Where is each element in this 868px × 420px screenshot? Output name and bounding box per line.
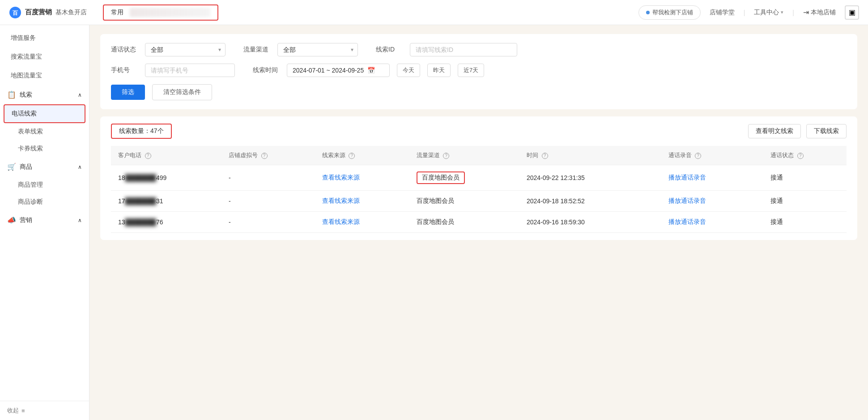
phone-value: 13███████76 [118, 219, 163, 226]
sidebar-collapse[interactable]: 收起 ≡ [0, 401, 89, 420]
cell-time: 2024-09-16 18:59:30 [519, 212, 661, 233]
sidebar-item-product-diagnose[interactable]: 商品诊断 [0, 193, 89, 210]
calendar-icon: 📅 [367, 67, 375, 74]
divider: | [744, 9, 745, 16]
leads-icon: 📋 [7, 90, 16, 99]
call-status-label: 通话状态 [111, 46, 138, 54]
phone-input[interactable] [145, 64, 235, 77]
nav-tab-common[interactable]: 常用 [103, 4, 218, 21]
record-link[interactable]: 播放通话录音 [668, 174, 706, 181]
col-channel: 流量渠道 ? [409, 146, 519, 165]
store-school-link[interactable]: 店铺学堂 [710, 9, 735, 17]
cell-virtual: - [221, 191, 315, 212]
lead-count-badge: 线索数量：47个 [111, 124, 172, 139]
clear-filter-button[interactable]: 清空筛选条件 [152, 84, 212, 100]
sidebar-item-form-leads[interactable]: 表单线索 [0, 123, 89, 140]
cell-source[interactable]: 查看线索来源 [315, 191, 409, 212]
source-help-icon[interactable]: ? [349, 153, 355, 159]
coupon-leads-label: 卡券线索 [18, 145, 43, 152]
search-treasure-label: 搜索流量宝 [11, 53, 42, 61]
map-treasure-label: 地图流量宝 [11, 72, 42, 80]
product-manage-label: 商品管理 [18, 181, 43, 188]
source-link[interactable]: 查看线索来源 [322, 218, 360, 225]
sidebar-item-value-service[interactable]: 增值服务 [0, 29, 89, 47]
detect-btn-label: 帮我检测下店铺 [652, 9, 693, 17]
lead-id-input[interactable] [410, 43, 517, 56]
record-help-icon[interactable]: ? [695, 153, 701, 159]
status-help-icon[interactable]: ? [797, 153, 804, 159]
product-icon: 🛒 [7, 163, 16, 171]
value-service-label: 增值服务 [11, 34, 36, 42]
baidu-logo-icon: 百 [9, 6, 21, 19]
channel-select[interactable]: 全部 百度地图会员 [277, 43, 358, 56]
phone-leads-label: 电话线索 [12, 110, 37, 118]
date-range-input[interactable]: 2024-07-01 ~ 2024-09-25 📅 [287, 64, 390, 77]
time-help-icon[interactable]: ? [542, 153, 548, 159]
virtual-help-icon[interactable]: ? [261, 153, 268, 159]
sidebar-group-leads[interactable]: 📋 线索 ∧ [0, 85, 89, 104]
local-store-btn[interactable]: ⇥ 本地店铺 [803, 8, 836, 17]
phone-help-icon[interactable]: ? [145, 153, 151, 159]
view-plaintext-btn[interactable]: 查看明文线索 [748, 124, 801, 138]
sidebar-item-map-treasure[interactable]: 地图流量宝 [0, 66, 89, 85]
filter-button[interactable]: 筛选 [111, 85, 145, 100]
app-logo-sub: 基木鱼开店 [55, 9, 87, 17]
download-btn[interactable]: 下载线索 [806, 124, 847, 138]
sidebar-group-marketing[interactable]: 📣 营销 ∧ [0, 210, 89, 230]
record-link[interactable]: 播放通话录音 [668, 218, 706, 225]
sidebar-item-phone-leads[interactable]: 电话线索 [4, 104, 85, 123]
table-row: 17███████31-查看线索来源百度地图会员2024-09-18 18:52… [111, 191, 847, 212]
filter-area: 通话状态 全部 接通 未接通 ▾ 流量渠道 全部 百度地图会员 ▾ [100, 34, 857, 109]
today-btn[interactable]: 今天 [397, 64, 420, 77]
cell-channel: 百度地图会员 [409, 165, 519, 191]
cell-record[interactable]: 播放通话录音 [661, 212, 764, 233]
cell-virtual: - [221, 212, 315, 233]
table-body: 18███████499-查看线索来源百度地图会员2024-09-22 12:3… [111, 165, 847, 233]
main-layout: 增值服务 搜索流量宝 地图流量宝 📋 线索 ∧ 电话线索 表单线索 卡券线索 🛒… [0, 25, 868, 420]
local-store-label: 本地店铺 [811, 9, 836, 17]
sidebar-item-product-manage[interactable]: 商品管理 [0, 176, 89, 193]
cell-time: 2024-09-22 12:31:35 [519, 165, 661, 191]
phone-label: 手机号 [111, 66, 138, 74]
sidebar-group-product[interactable]: 🛒 商品 ∧ [0, 157, 89, 176]
channel-select-wrapper: 全部 百度地图会员 ▾ [277, 43, 358, 56]
form-leads-label: 表单线索 [18, 128, 43, 135]
cell-status: 接通 [763, 165, 847, 191]
cell-record[interactable]: 播放通话录音 [661, 191, 764, 212]
record-link[interactable]: 播放通话录音 [668, 197, 706, 204]
tool-center-arrow: ▾ [781, 9, 783, 15]
logo-area: 百 百度营销 基木鱼开店 [9, 6, 87, 19]
cell-phone: 18███████499 [111, 165, 221, 191]
col-status: 通话状态 ? [763, 146, 847, 165]
cell-record[interactable]: 播放通话录音 [661, 165, 764, 191]
source-link[interactable]: 查看线索来源 [322, 197, 360, 204]
tool-center-link[interactable]: 工具中心 ▾ [754, 9, 783, 17]
channel-help-icon[interactable]: ? [443, 153, 449, 159]
sidebar-item-search-treasure[interactable]: 搜索流量宝 [0, 47, 89, 66]
call-status-select-wrapper: 全部 接通 未接通 ▾ [145, 43, 226, 56]
cell-source[interactable]: 查看线索来源 [315, 212, 409, 233]
cell-time: 2024-09-18 18:52:52 [519, 191, 661, 212]
cell-phone: 17███████31 [111, 191, 221, 212]
detect-dot [646, 11, 650, 14]
table-row: 18███████499-查看线索来源百度地图会员2024-09-22 12:3… [111, 165, 847, 191]
filter-row-1: 通话状态 全部 接通 未接通 ▾ 流量渠道 全部 百度地图会员 ▾ [111, 43, 847, 56]
source-link[interactable]: 查看线索来源 [322, 174, 360, 181]
filter-row-2: 手机号 线索时间 2024-07-01 ~ 2024-09-25 📅 今天 昨天… [111, 64, 847, 77]
yesterday-btn[interactable]: 昨天 [427, 64, 451, 77]
col-source: 线索来源 ? [315, 146, 409, 165]
product-diagnose-label: 商品诊断 [18, 198, 43, 205]
phone-value: 18███████499 [118, 174, 166, 181]
product-arrow-icon: ∧ [78, 164, 82, 170]
channel-label: 流量渠道 [243, 46, 270, 54]
phone-value: 17███████31 [118, 197, 163, 205]
cell-source[interactable]: 查看线索来源 [315, 165, 409, 191]
notification-icon[interactable]: ▣ [845, 5, 859, 20]
last7days-btn[interactable]: 近7天 [458, 64, 484, 77]
col-phone: 客户电话 ? [111, 146, 221, 165]
date-range-value: 2024-07-01 ~ 2024-09-25 [293, 67, 364, 74]
detect-store-button[interactable]: 帮我检测下店铺 [638, 5, 701, 20]
marketing-icon: 📣 [7, 216, 16, 224]
sidebar-item-coupon-leads[interactable]: 卡券线索 [0, 140, 89, 157]
call-status-select[interactable]: 全部 接通 未接通 [145, 43, 226, 56]
